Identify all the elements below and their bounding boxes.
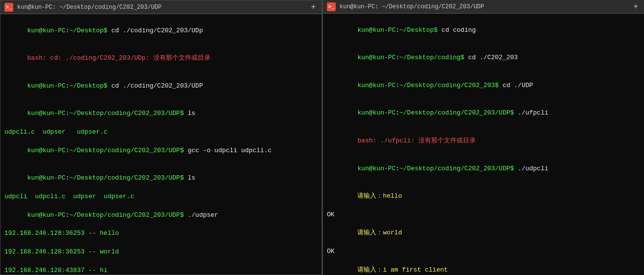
right-top-titlebar: >_ kun@kun-PC: ~/Desktop/coding/C202_203… [323, 0, 644, 14]
right-top-terminal-title: kun@kun-PC: ~/Desktop/coding/C202_203/UD… [340, 3, 627, 10]
left-add-tab-button[interactable]: + [309, 3, 318, 12]
line: udpcli udpcli.c udpser udpser.c [4, 192, 318, 202]
left-titlebar: >_ kun@kun-PC: ~/Desktop/coding/C202_203… [0, 0, 322, 14]
line: bash: cd: ./coding/C202_203/UDp: 没有那个文件或… [4, 45, 318, 73]
line: 192.168.246.128:36253 -- hello [4, 229, 318, 238]
line: kun@kun-PC:~/Desktop/coding/C202_203$ cd… [327, 72, 640, 100]
right-top-terminal-body[interactable]: kun@kun-PC:~/Desktop$ cd coding kun@kun-… [323, 14, 644, 275]
line [4, 238, 318, 248]
line: kun@kun-PC:~/Desktop$ cd coding [327, 17, 640, 45]
right-top-terminal-icon: >_ [327, 2, 336, 11]
left-terminal-icon: >_ [4, 3, 13, 12]
line: OK [327, 210, 640, 220]
line: kun@kun-PC:~/Desktop$ cd ./coding/C202_2… [4, 72, 318, 100]
line: 192.168.246.128:43837 -- hi [4, 266, 318, 275]
line: 请输入：i am first client [327, 256, 640, 275]
line: kun@kun-PC:~/Desktop$ cd ./coding/C202_2… [4, 17, 318, 45]
line: kun@kun-PC:~/Desktop/coding/C202_203/UDP… [4, 202, 318, 229]
right-panels: >_ kun@kun-PC: ~/Desktop/coding/C202_203… [323, 0, 644, 275]
left-terminal: >_ kun@kun-PC: ~/Desktop/coding/C202_203… [0, 0, 322, 275]
line: kun@kun-PC:~/Desktop/coding$ cd ./C202_2… [327, 45, 640, 72]
left-terminal-body[interactable]: kun@kun-PC:~/Desktop$ cd ./coding/C202_2… [0, 14, 322, 275]
line: kun@kun-PC:~/Desktop/coding/C202_203/UDP… [4, 137, 318, 165]
line: kun@kun-PC:~/Desktop/coding/C202_203/UDP… [4, 100, 318, 128]
line: OK [327, 247, 640, 256]
line: kun@kun-PC:~/Desktop/coding/C202_203/UDP… [327, 155, 640, 183]
line: bash: ./ufpcli: 没有那个文件或目录 [327, 127, 640, 155]
line: kun@kun-PC:~/Desktop/coding/C202_203/UDP… [4, 165, 318, 193]
line: kun@kun-PC:~/Desktop/coding/C202_203/UDP… [327, 100, 640, 128]
line: udpcli.c udpser udpser.c [4, 128, 318, 137]
line: 192.168.246.128:36253 -- world [4, 248, 318, 257]
line: 请输入：hello [327, 183, 640, 210]
right-top-add-tab-button[interactable]: + [631, 2, 640, 11]
line [4, 257, 318, 266]
right-top-terminal: >_ kun@kun-PC: ~/Desktop/coding/C202_203… [323, 0, 644, 275]
left-terminal-title: kun@kun-PC: ~/Desktop/coding/C202_203/UD… [17, 4, 305, 11]
line: 请输入：world [327, 220, 640, 248]
